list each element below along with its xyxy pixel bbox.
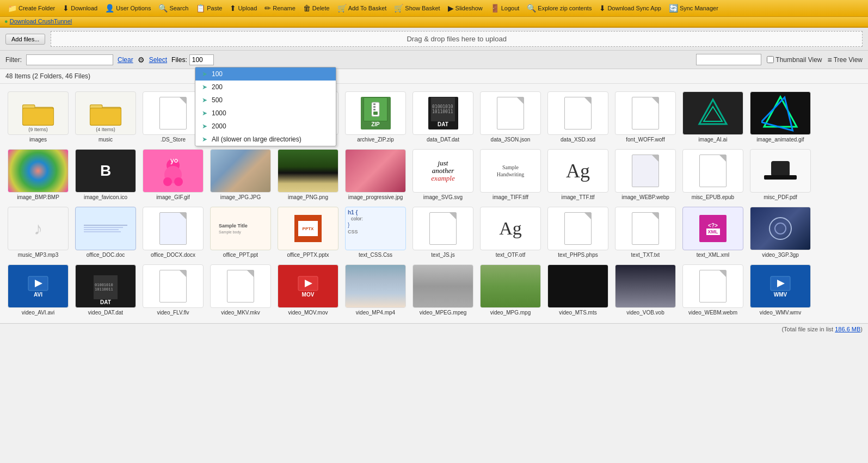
files-per-page-container: Files: (171, 54, 214, 65)
file-item-image-jpg[interactable]: image_JPG.JPG (208, 147, 273, 202)
file-label-video-mp4: video_MP4.mp4 (356, 310, 395, 316)
select-link[interactable]: Select (149, 56, 167, 64)
toolbar-btn-download-sync[interactable]: ⬇Download Sync App (596, 2, 664, 14)
file-item-text-xml[interactable]: <?> XML text_XML.xml (680, 205, 746, 260)
file-item-text-otf[interactable]: Ag text_OTF.otf (478, 205, 543, 260)
thumbnail-view-checkbox[interactable] (767, 56, 774, 63)
file-item-video-3gp[interactable]: video_3GP.3gp (748, 205, 813, 260)
file-item-video-mpeg[interactable]: video_MPEG.mpeg (410, 262, 476, 318)
file-item-office-doc[interactable]: office_DOC.doc (73, 205, 138, 260)
download-crush-link[interactable]: Download CrushTunnel (10, 18, 72, 24)
toolbar-btn-slideshow[interactable]: ▶Slideshow (445, 2, 486, 14)
file-item-video-avi[interactable]: AVI video_AVI.avi (5, 262, 71, 318)
file-item-data-json[interactable]: data_JSON.json (478, 89, 543, 145)
file-item-image-animgif[interactable]: image_animated.gif (748, 89, 813, 145)
file-item-archive-zip[interactable]: ZIP archive_ZIP.zip (343, 89, 408, 145)
filter-label: Filter: (5, 56, 22, 64)
file-item-image-favicon[interactable]: Bimage_favicon.ico (73, 147, 138, 202)
svg-text:yo: yo (170, 157, 178, 164)
toolbar-btn-add-to-basket[interactable]: 🛒Add To Basket (334, 2, 390, 14)
dropdown-option-200[interactable]: ➤200 (195, 81, 336, 94)
chevron-icon: ➤ (202, 70, 207, 78)
svg-rect-21 (771, 161, 790, 176)
svg-rect-2 (23, 108, 54, 126)
file-item-data-dat[interactable]: 01001010 10110011 DAT data_DAT.dat (410, 89, 476, 145)
toolbar-btn-delete[interactable]: 🗑Delete (300, 2, 333, 14)
file-item-video-mp4[interactable]: video_MP4.mp4 (343, 262, 408, 318)
file-item-image-bmp[interactable]: image_BMP.BMP (5, 147, 71, 202)
dropdown-option-2000[interactable]: ➤2000 (195, 120, 336, 133)
toolbar-btn-explore-zip[interactable]: 🔍Explore zip contents (524, 2, 595, 14)
file-item-video-mts[interactable]: video_MTS.mts (545, 262, 611, 318)
filter-input[interactable] (26, 54, 113, 65)
add-files-button[interactable]: Add files... (5, 34, 45, 45)
file-item-office-ppt[interactable]: Sample Title Sample body office_PPT.ppt (208, 205, 273, 260)
dropdown-option-100[interactable]: ➤100 (195, 67, 336, 81)
file-item-video-dat[interactable]: 01001010 10110011 DAT video_DAT.dat (73, 262, 138, 318)
file-label-image-jpg: image_JPG.JPG (220, 194, 261, 200)
file-label-video-dat: video_DAT.dat (88, 310, 123, 316)
clear-filter-link[interactable]: Clear (118, 56, 133, 64)
file-item-text-txt[interactable]: text_TXT.txt (613, 205, 678, 260)
item-count: 48 Items (2 Folders, 46 Files) (0, 69, 868, 84)
paste-icon: 📋 (196, 4, 205, 13)
dropdown-option-500[interactable]: ➤500 (195, 94, 336, 107)
toolbar-btn-sync-manager[interactable]: 🔄Sync Manager (666, 2, 722, 14)
settings-icon: ⚙ (138, 55, 145, 64)
file-item-data-xsd[interactable]: data_XSD.xsd (545, 89, 611, 145)
file-item-image-webp[interactable]: image_WEBP.webp (613, 147, 678, 202)
file-item-image-png[interactable]: image_PNG.png (275, 147, 341, 202)
file-item-image-tiff[interactable]: SampleHandwriting image_TIFF.tiff (478, 147, 543, 202)
toolbar-btn-show-basket[interactable]: 🛒Show Basket (391, 2, 443, 14)
file-item-video-mov[interactable]: MOV video_MOV.mov (275, 262, 341, 318)
file-item-video-webm[interactable]: video_WEBM.webm (680, 262, 746, 318)
file-item-video-flv[interactable]: video_FLV.flv (140, 262, 206, 318)
file-item-video-wmv[interactable]: WMV video_WMV.wmv (748, 262, 813, 318)
toolbar-btn-user-options[interactable]: 👤User Options (102, 2, 154, 14)
file-item-video-vob[interactable]: video_VOB.vob (613, 262, 678, 318)
file-item-misc-pdf[interactable]: misc_PDF.pdf (748, 147, 813, 202)
toolbar-btn-create-folder[interactable]: 📁Create Folder (4, 2, 58, 14)
file-item-office-pptx[interactable]: PPTX office_PPTX.pptx (275, 205, 341, 260)
file-item-text-css[interactable]: h1 { color: } CSS text_CSS.Css (343, 205, 408, 260)
file-item-music-mp3[interactable]: ♪ music_MP3.mp3 (5, 205, 71, 260)
svg-rect-9 (373, 109, 375, 110)
file-item-office-docx[interactable]: office_DOCX.docx (140, 205, 206, 260)
thumbnail-view-label[interactable]: Thumbnail View (767, 56, 822, 64)
file-label-data-dat: data_DAT.dat (427, 137, 459, 143)
dropdown-option-all[interactable]: ➤All (slower on large directories) (195, 133, 336, 146)
file-item-misc-epub[interactable]: misc_EPUB.epub (680, 147, 746, 202)
file-label-data-xsd: data_XSD.xsd (561, 137, 595, 143)
file-item-image-progressive[interactable]: image_progressive.jpg (343, 147, 408, 202)
file-label-video-3gp: video_3GP.3gp (762, 252, 799, 258)
file-label-folder-images: images (29, 137, 47, 143)
tree-view-label[interactable]: ≡ Tree View (827, 55, 863, 64)
file-item-text-js[interactable]: text_JS.js (410, 205, 476, 260)
toolbar-btn-logout[interactable]: 🚪Logout (487, 2, 523, 14)
toolbar-btn-search[interactable]: 🔍Search (155, 2, 192, 14)
file-item-text-phps[interactable]: text_PHPS.phps (545, 205, 611, 260)
file-label-image-webp: image_WEBP.webp (621, 194, 669, 200)
file-label-office-ppt: office_PPT.ppt (223, 252, 258, 258)
file-item-folder-music[interactable]: (4 Items) music (73, 89, 138, 145)
file-item-image-ttf[interactable]: Ag image_TTF.ttf (545, 147, 611, 202)
toolbar-btn-rename[interactable]: ✏Rename (261, 2, 299, 14)
file-item-video-mkv[interactable]: video_MKV.mkv (208, 262, 273, 318)
dropdown-option-1000[interactable]: ➤1000 (195, 107, 336, 120)
file-item-video-mpg[interactable]: video_MPG.mpg (478, 262, 543, 318)
toolbar-btn-paste[interactable]: 📋Paste (193, 2, 225, 14)
file-item-image-svg[interactable]: just another example image_SVG.svg (410, 147, 476, 202)
svg-marker-14 (761, 94, 799, 131)
file-item-image-ai[interactable]: image_AI.ai (680, 89, 746, 145)
files-per-page-input[interactable] (189, 54, 214, 65)
file-item-folder-images[interactable]: (9 Items) images (5, 89, 71, 145)
toolbar-btn-upload[interactable]: ⬆Upload (226, 2, 260, 14)
thumbnail-search-input[interactable] (696, 54, 761, 65)
file-label-folder-music: music (99, 137, 113, 143)
file-item-font-woff[interactable]: font_WOFF.woff (613, 89, 678, 145)
total-size-link[interactable]: 186.6 MB (835, 326, 860, 332)
toolbar-btn-download[interactable]: ⬇Download (59, 2, 101, 14)
drag-drop-area: Drag & drop files here to upload (51, 31, 863, 47)
file-item-image-gif[interactable]: yo image_GIF.gif (140, 147, 206, 202)
file-label-image-png: image_PNG.png (288, 194, 328, 200)
